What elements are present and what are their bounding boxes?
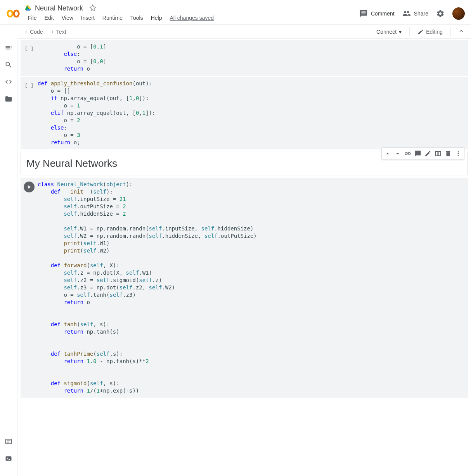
code-cell[interactable]: class Neural_Network(object): def __init…: [21, 178, 468, 398]
add-code-button[interactable]: + Code: [21, 27, 47, 36]
svg-rect-5: [6, 439, 12, 444]
menu-insert[interactable]: Insert: [78, 13, 98, 23]
code-editor[interactable]: class Neural_Network(object): def __init…: [38, 180, 468, 395]
code-editor[interactable]: o = [0,1] else: o = [0,0] return o: [38, 42, 468, 73]
code-editor[interactable]: def apply_threshold_confusion(out): o = …: [38, 79, 468, 147]
collapse-header-button[interactable]: [455, 26, 468, 37]
notebook-title[interactable]: Neural Network: [35, 4, 83, 12]
menu-edit[interactable]: Edit: [42, 13, 57, 23]
menubar: File Edit View Insert Runtime Tools Help…: [25, 13, 359, 23]
save-status[interactable]: All changes saved: [166, 13, 217, 23]
menu-file[interactable]: File: [25, 13, 40, 23]
delete-cell-button[interactable]: [443, 149, 453, 159]
run-indicator[interactable]: [ ]: [24, 81, 34, 90]
move-up-button[interactable]: [383, 149, 393, 159]
sidebar: [0, 39, 17, 476]
svg-rect-10: [435, 152, 438, 156]
svg-point-0: [8, 10, 13, 16]
cell-toolbar: [381, 147, 464, 160]
editing-mode-button[interactable]: Editing: [414, 27, 447, 36]
toolbar: + Code + Text Connect ▾ Editing: [17, 25, 471, 39]
colab-logo[interactable]: [6, 7, 20, 21]
add-text-button[interactable]: + Text: [47, 27, 70, 36]
menu-tools[interactable]: Tools: [127, 13, 146, 23]
star-icon[interactable]: [89, 4, 96, 12]
settings-button[interactable]: [436, 9, 445, 18]
menu-view[interactable]: View: [59, 13, 76, 23]
header: Neural Network File Edit View Insert Run…: [0, 0, 471, 25]
run-indicator[interactable]: [ ]: [24, 44, 34, 53]
command-palette-icon[interactable]: [4, 437, 13, 446]
code-cell[interactable]: [ ] def apply_threshold_confusion(out): …: [21, 77, 468, 149]
notebook-area[interactable]: [ ] o = [0,1] else: o = [0,0] return o […: [17, 39, 471, 476]
terminal-icon[interactable]: [4, 454, 13, 463]
share-button[interactable]: Share: [402, 9, 428, 18]
chevron-down-icon: ▾: [399, 29, 402, 35]
mirror-cell-button[interactable]: [433, 149, 443, 159]
move-down-button[interactable]: [393, 149, 403, 159]
link-button[interactable]: [403, 149, 413, 159]
plus-icon: +: [51, 29, 54, 35]
snippets-icon[interactable]: [4, 78, 13, 86]
menu-runtime[interactable]: Runtime: [99, 13, 126, 23]
comment-button[interactable]: Comment: [359, 9, 395, 18]
svg-rect-11: [438, 152, 441, 156]
menu-help[interactable]: Help: [148, 13, 165, 23]
run-button[interactable]: [24, 182, 35, 192]
code-cell[interactable]: [ ] o = [0,1] else: o = [0,0] return o: [21, 40, 468, 76]
comment-cell-button[interactable]: [413, 149, 423, 159]
more-cell-button[interactable]: [453, 149, 463, 159]
search-icon[interactable]: [4, 61, 13, 69]
text-cell[interactable]: ▾ My Neural Networks: [21, 152, 468, 175]
plus-icon: +: [24, 29, 28, 35]
avatar[interactable]: [452, 7, 465, 20]
toc-icon[interactable]: [4, 43, 13, 52]
svg-rect-8: [6, 456, 12, 461]
files-icon[interactable]: [4, 95, 13, 103]
connect-button[interactable]: Connect ▾: [372, 27, 405, 36]
edit-cell-button[interactable]: [423, 149, 433, 159]
svg-point-1: [14, 10, 19, 16]
drive-icon: [25, 5, 32, 12]
